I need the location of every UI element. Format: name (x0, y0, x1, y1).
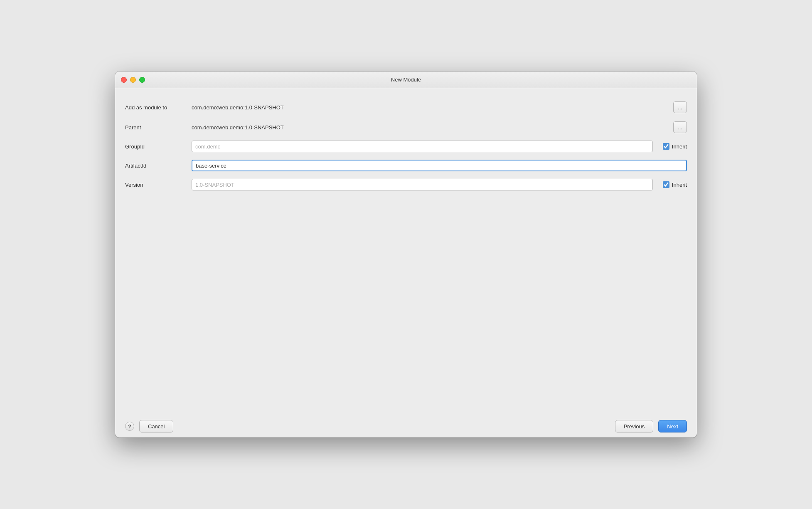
artifact-id-row: ArtifactId (125, 157, 687, 174)
version-field-wrapper: Inherit (192, 179, 687, 190)
maximize-button[interactable] (139, 77, 145, 83)
title-bar-buttons (121, 77, 145, 83)
add-as-module-field-wrapper: com.demo:web.demo:1.0-SNAPSHOT (192, 104, 668, 111)
footer-right: Previous Next (615, 420, 687, 432)
footer-left: ? Cancel (125, 420, 173, 432)
artifact-id-label: ArtifactId (125, 163, 192, 169)
group-id-inherit-checkbox[interactable] (663, 143, 669, 150)
version-label: Version (125, 182, 192, 188)
parent-row: Parent com.demo:web.demo:1.0-SNAPSHOT ..… (125, 118, 687, 136)
parent-value: com.demo:web.demo:1.0-SNAPSHOT (192, 124, 284, 131)
add-as-module-browse-button[interactable]: ... (673, 101, 687, 113)
parent-label: Parent (125, 124, 192, 131)
group-id-input[interactable] (192, 141, 653, 152)
dialog-footer: ? Cancel Previous Next (115, 415, 697, 437)
new-module-dialog: New Module Add as module to com.demo:web… (115, 72, 697, 437)
group-id-label: GroupId (125, 143, 192, 150)
add-as-module-label: Add as module to (125, 104, 192, 111)
parent-field-wrapper: com.demo:web.demo:1.0-SNAPSHOT (192, 124, 668, 131)
previous-button[interactable]: Previous (615, 420, 654, 432)
version-input[interactable] (192, 179, 653, 190)
version-inherit-label: Inherit (672, 182, 687, 188)
version-inherit-wrapper: Inherit (663, 181, 687, 188)
group-id-inherit-wrapper: Inherit (663, 143, 687, 150)
form-area: Add as module to com.demo:web.demo:1.0-S… (125, 98, 687, 195)
dialog-content: Add as module to com.demo:web.demo:1.0-S… (115, 88, 697, 415)
version-row: Version Inherit (125, 176, 687, 193)
dialog-title: New Module (391, 77, 421, 83)
group-id-field-wrapper: Inherit (192, 141, 687, 152)
close-button[interactable] (121, 77, 127, 83)
artifact-id-field-wrapper (192, 160, 687, 171)
title-bar: New Module (115, 72, 697, 88)
cancel-button[interactable]: Cancel (139, 420, 173, 432)
add-as-module-row: Add as module to com.demo:web.demo:1.0-S… (125, 98, 687, 116)
parent-browse-button[interactable]: ... (673, 121, 687, 133)
group-id-inherit-label: Inherit (672, 143, 687, 150)
add-as-module-value: com.demo:web.demo:1.0-SNAPSHOT (192, 104, 284, 111)
minimize-button[interactable] (130, 77, 136, 83)
help-button[interactable]: ? (125, 422, 134, 431)
version-inherit-checkbox[interactable] (663, 181, 669, 188)
group-id-row: GroupId Inherit (125, 138, 687, 155)
artifact-id-input[interactable] (192, 160, 687, 171)
next-button[interactable]: Next (658, 420, 687, 432)
